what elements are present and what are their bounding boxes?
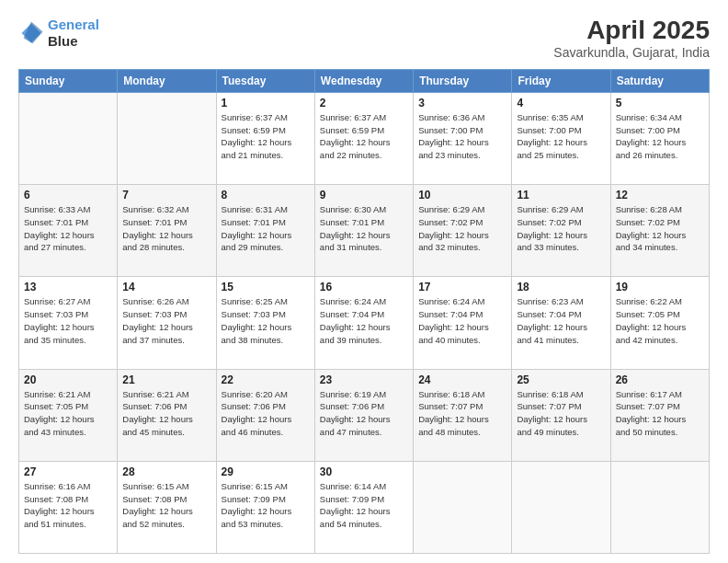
calendar-cell: 7 Sunrise: 6:32 AM Sunset: 7:01 PM Dayli… [118, 185, 216, 277]
calendar-week-row: 27 Sunrise: 6:16 AM Sunset: 7:08 PM Dayl… [19, 461, 710, 553]
calendar-cell: 20 Sunrise: 6:21 AM Sunset: 7:05 PM Dayl… [19, 369, 118, 461]
calendar-cell: 2 Sunrise: 6:37 AM Sunset: 6:59 PM Dayli… [314, 92, 413, 184]
calendar-cell [610, 461, 709, 553]
col-wednesday: Wednesday [314, 69, 413, 92]
calendar-week-row: 13 Sunrise: 6:27 AM Sunset: 7:03 PM Dayl… [19, 277, 710, 369]
calendar-title: April 2025 [553, 17, 710, 45]
day-number: 24 [418, 373, 506, 386]
calendar-cell: 12 Sunrise: 6:28 AM Sunset: 7:02 PM Dayl… [610, 185, 709, 277]
day-number: 8 [222, 189, 310, 201]
day-number: 29 [222, 465, 310, 478]
logo-icon [18, 20, 44, 46]
calendar-header-row: Sunday Monday Tuesday Wednesday Thursday… [19, 69, 710, 92]
header: General Blue April 2025 Savarkundla, Guj… [18, 17, 710, 60]
day-number: 25 [517, 373, 605, 386]
calendar-cell: 1 Sunrise: 6:37 AM Sunset: 6:59 PM Dayli… [216, 92, 314, 184]
day-info: Sunrise: 6:35 AM Sunset: 7:00 PM Dayligh… [517, 111, 605, 162]
calendar-cell [414, 461, 512, 553]
day-number: 9 [320, 189, 408, 201]
day-info: Sunrise: 6:37 AM Sunset: 6:59 PM Dayligh… [222, 111, 310, 162]
day-info: Sunrise: 6:29 AM Sunset: 7:02 PM Dayligh… [517, 203, 605, 254]
day-number: 3 [418, 97, 506, 109]
day-number: 15 [222, 281, 310, 293]
day-number: 11 [517, 189, 605, 201]
calendar-cell: 24 Sunrise: 6:18 AM Sunset: 7:07 PM Dayl… [414, 369, 512, 461]
col-thursday: Thursday [414, 69, 512, 92]
svg-marker-1 [24, 21, 43, 43]
day-number: 2 [320, 97, 408, 109]
day-info: Sunrise: 6:29 AM Sunset: 7:02 PM Dayligh… [418, 203, 506, 254]
calendar-cell: 17 Sunrise: 6:24 AM Sunset: 7:04 PM Dayl… [414, 277, 512, 369]
calendar-cell: 28 Sunrise: 6:15 AM Sunset: 7:08 PM Dayl… [118, 461, 216, 553]
day-number: 14 [122, 281, 210, 293]
day-info: Sunrise: 6:14 AM Sunset: 7:09 PM Dayligh… [320, 480, 408, 531]
logo: General Blue [18, 17, 99, 50]
day-info: Sunrise: 6:27 AM Sunset: 7:03 PM Dayligh… [24, 295, 112, 346]
calendar-subtitle: Savarkundla, Gujarat, India [553, 45, 710, 60]
calendar-cell: 30 Sunrise: 6:14 AM Sunset: 7:09 PM Dayl… [314, 461, 413, 553]
day-info: Sunrise: 6:24 AM Sunset: 7:04 PM Dayligh… [320, 295, 408, 346]
day-number: 13 [24, 281, 112, 293]
col-sunday: Sunday [19, 69, 118, 92]
day-info: Sunrise: 6:24 AM Sunset: 7:04 PM Dayligh… [418, 295, 506, 346]
calendar-cell: 9 Sunrise: 6:30 AM Sunset: 7:01 PM Dayli… [314, 185, 413, 277]
day-info: Sunrise: 6:21 AM Sunset: 7:05 PM Dayligh… [24, 388, 112, 439]
calendar-cell: 11 Sunrise: 6:29 AM Sunset: 7:02 PM Dayl… [512, 185, 610, 277]
calendar-cell: 27 Sunrise: 6:16 AM Sunset: 7:08 PM Dayl… [19, 461, 118, 553]
calendar-cell: 19 Sunrise: 6:22 AM Sunset: 7:05 PM Dayl… [610, 277, 709, 369]
day-info: Sunrise: 6:34 AM Sunset: 7:00 PM Dayligh… [616, 111, 704, 162]
col-tuesday: Tuesday [216, 69, 314, 92]
col-monday: Monday [118, 69, 216, 92]
day-info: Sunrise: 6:25 AM Sunset: 7:03 PM Dayligh… [222, 295, 310, 346]
calendar-cell [19, 92, 118, 184]
day-number: 4 [517, 97, 605, 109]
day-number: 16 [320, 281, 408, 293]
day-info: Sunrise: 6:28 AM Sunset: 7:02 PM Dayligh… [616, 203, 704, 254]
calendar-cell: 16 Sunrise: 6:24 AM Sunset: 7:04 PM Dayl… [314, 277, 413, 369]
day-info: Sunrise: 6:18 AM Sunset: 7:07 PM Dayligh… [418, 388, 506, 439]
day-info: Sunrise: 6:23 AM Sunset: 7:04 PM Dayligh… [517, 295, 605, 346]
day-number: 28 [122, 465, 210, 478]
day-number: 22 [222, 373, 310, 386]
day-info: Sunrise: 6:31 AM Sunset: 7:01 PM Dayligh… [222, 203, 310, 254]
day-info: Sunrise: 6:21 AM Sunset: 7:06 PM Dayligh… [122, 388, 210, 439]
day-info: Sunrise: 6:16 AM Sunset: 7:08 PM Dayligh… [24, 480, 112, 531]
day-info: Sunrise: 6:15 AM Sunset: 7:08 PM Dayligh… [122, 480, 210, 531]
calendar-week-row: 6 Sunrise: 6:33 AM Sunset: 7:01 PM Dayli… [19, 185, 710, 277]
day-number: 1 [222, 97, 310, 109]
day-number: 23 [320, 373, 408, 386]
day-number: 19 [616, 281, 704, 293]
day-info: Sunrise: 6:22 AM Sunset: 7:05 PM Dayligh… [616, 295, 704, 346]
calendar-cell: 8 Sunrise: 6:31 AM Sunset: 7:01 PM Dayli… [216, 185, 314, 277]
calendar-cell: 4 Sunrise: 6:35 AM Sunset: 7:00 PM Dayli… [512, 92, 610, 184]
day-info: Sunrise: 6:19 AM Sunset: 7:06 PM Dayligh… [320, 388, 408, 439]
calendar-cell: 3 Sunrise: 6:36 AM Sunset: 7:00 PM Dayli… [414, 92, 512, 184]
page: General Blue April 2025 Savarkundla, Guj… [0, 0, 728, 563]
day-info: Sunrise: 6:32 AM Sunset: 7:01 PM Dayligh… [122, 203, 210, 254]
calendar-cell: 13 Sunrise: 6:27 AM Sunset: 7:03 PM Dayl… [19, 277, 118, 369]
day-info: Sunrise: 6:17 AM Sunset: 7:07 PM Dayligh… [616, 388, 704, 439]
day-number: 18 [517, 281, 605, 293]
day-number: 5 [616, 97, 704, 109]
calendar-week-row: 20 Sunrise: 6:21 AM Sunset: 7:05 PM Dayl… [19, 369, 710, 461]
day-info: Sunrise: 6:15 AM Sunset: 7:09 PM Dayligh… [222, 480, 310, 531]
day-info: Sunrise: 6:20 AM Sunset: 7:06 PM Dayligh… [222, 388, 310, 439]
calendar-cell [512, 461, 610, 553]
calendar-cell: 22 Sunrise: 6:20 AM Sunset: 7:06 PM Dayl… [216, 369, 314, 461]
calendar-cell: 10 Sunrise: 6:29 AM Sunset: 7:02 PM Dayl… [414, 185, 512, 277]
calendar-cell: 15 Sunrise: 6:25 AM Sunset: 7:03 PM Dayl… [216, 277, 314, 369]
calendar-cell: 26 Sunrise: 6:17 AM Sunset: 7:07 PM Dayl… [610, 369, 709, 461]
calendar-table: Sunday Monday Tuesday Wednesday Thursday… [18, 69, 710, 554]
logo-text: General Blue [48, 17, 99, 50]
calendar-cell: 29 Sunrise: 6:15 AM Sunset: 7:09 PM Dayl… [216, 461, 314, 553]
day-info: Sunrise: 6:37 AM Sunset: 6:59 PM Dayligh… [320, 111, 408, 162]
calendar-cell: 18 Sunrise: 6:23 AM Sunset: 7:04 PM Dayl… [512, 277, 610, 369]
col-friday: Friday [512, 69, 610, 92]
day-number: 7 [122, 189, 210, 201]
day-number: 12 [616, 189, 704, 201]
day-info: Sunrise: 6:30 AM Sunset: 7:01 PM Dayligh… [320, 203, 408, 254]
day-number: 20 [24, 373, 112, 386]
day-number: 26 [616, 373, 704, 386]
day-info: Sunrise: 6:26 AM Sunset: 7:03 PM Dayligh… [122, 295, 210, 346]
calendar-week-row: 1 Sunrise: 6:37 AM Sunset: 6:59 PM Dayli… [19, 92, 710, 184]
